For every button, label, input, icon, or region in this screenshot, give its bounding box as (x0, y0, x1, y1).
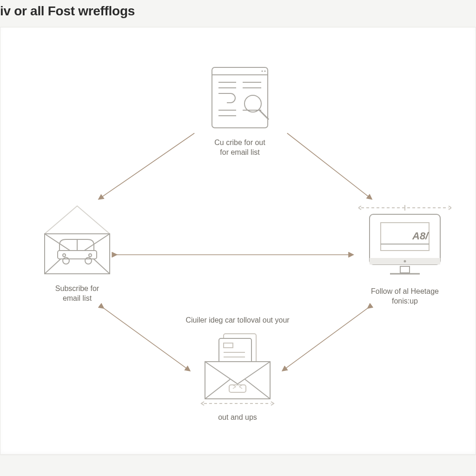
svg-rect-30 (400, 266, 410, 273)
svg-point-29 (404, 260, 406, 263)
svg-line-1 (287, 133, 372, 199)
node-bottom-label-bottom: out and ups (218, 413, 257, 423)
svg-rect-41 (205, 362, 270, 399)
svg-rect-5 (212, 67, 268, 128)
node-left: Subscribe for email list (33, 200, 121, 304)
node-top-label: Cu cribe for out for email list (214, 138, 265, 158)
document-search-icon (203, 64, 277, 133)
node-bottom: Ciuiler ideg car tolloval out your (172, 316, 303, 423)
svg-point-8 (264, 70, 265, 72)
svg-point-7 (261, 70, 263, 72)
node-right: A8/ Follow of al Heetage fonis:up (358, 203, 451, 306)
node-bottom-label-top: Ciuiler ideg car tolloval out your (185, 316, 289, 325)
page-title: iv or all Fost wrefflogs (0, 0, 476, 27)
diagram-canvas: Cu cribe for out for email list (0, 27, 476, 455)
node-right-label: Follow of al Heetage fonis:up (371, 287, 439, 306)
svg-text:A8/: A8/ (412, 230, 430, 242)
node-top: Cu cribe for out for email list (196, 64, 284, 158)
svg-rect-27 (370, 214, 440, 264)
monitor-design-icon: A8/ (358, 203, 451, 282)
svg-rect-19 (58, 251, 97, 259)
svg-line-0 (99, 133, 195, 199)
node-left-label: Subscribe for email list (55, 284, 99, 304)
envelope-document-icon (196, 329, 279, 408)
envelope-car-icon (35, 200, 119, 279)
